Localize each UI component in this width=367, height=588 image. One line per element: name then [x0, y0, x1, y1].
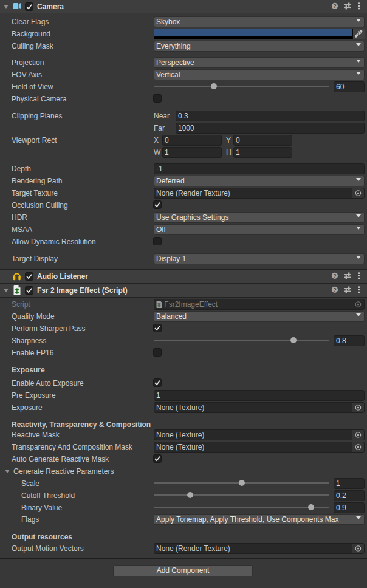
- svg-text:?: ?: [333, 273, 336, 279]
- svg-text:?: ?: [333, 3, 336, 9]
- svg-text:?: ?: [333, 287, 336, 293]
